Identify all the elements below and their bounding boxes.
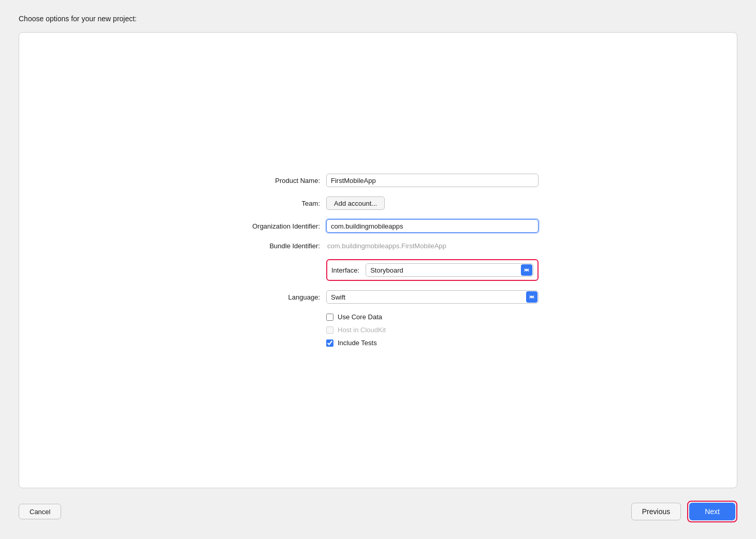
include-tests-label: Include Tests bbox=[338, 339, 377, 347]
language-label: Language: bbox=[217, 293, 326, 301]
host-cloudkit-row: Host in CloudKit bbox=[326, 326, 539, 334]
add-account-button[interactable]: Add account... bbox=[326, 196, 385, 210]
next-button[interactable]: Next bbox=[689, 503, 735, 520]
language-select-wrapper: Swift Objective-C bbox=[326, 290, 539, 304]
team-row: Team: Add account... bbox=[217, 196, 539, 210]
use-core-data-row: Use Core Data bbox=[326, 313, 539, 321]
org-id-row: Organization Identifier: bbox=[217, 219, 539, 233]
cancel-button[interactable]: Cancel bbox=[19, 504, 61, 519]
include-tests-checkbox[interactable] bbox=[326, 339, 333, 347]
interface-inner-label: Interface: bbox=[331, 266, 366, 274]
team-control: Add account... bbox=[326, 196, 539, 210]
page-title: Choose options for your new project: bbox=[19, 15, 737, 23]
product-name-input[interactable] bbox=[326, 174, 539, 187]
checkboxes-section: Use Core Data Host in CloudKit Include T… bbox=[326, 313, 539, 347]
product-name-label: Product Name: bbox=[217, 177, 326, 185]
org-id-label: Organization Identifier: bbox=[217, 222, 326, 230]
interface-highlighted: Interface: Storyboard SwiftUI bbox=[326, 259, 539, 281]
interface-highlight-box: Interface: Storyboard SwiftUI bbox=[326, 259, 539, 281]
previous-button[interactable]: Previous bbox=[631, 503, 681, 520]
main-card: Product Name: Team: Add account... Organ… bbox=[19, 32, 737, 488]
interface-select[interactable]: Storyboard SwiftUI bbox=[366, 263, 533, 277]
team-label: Team: bbox=[217, 200, 326, 207]
language-row: Language: Swift Objective-C bbox=[217, 290, 539, 304]
use-core-data-checkbox[interactable] bbox=[326, 314, 333, 321]
language-select[interactable]: Swift Objective-C bbox=[326, 290, 539, 304]
org-id-input[interactable] bbox=[326, 219, 539, 233]
host-cloudkit-label: Host in CloudKit bbox=[338, 326, 386, 334]
bundle-id-row: Bundle Identifier: com.buildingmobileapp… bbox=[217, 242, 539, 250]
host-cloudkit-checkbox bbox=[326, 327, 333, 334]
org-id-control bbox=[326, 219, 539, 233]
bundle-id-value: com.buildingmobileapps.FirstMobileApp bbox=[326, 242, 447, 250]
use-core-data-label: Use Core Data bbox=[338, 313, 382, 321]
interface-select-wrapper: Storyboard SwiftUI bbox=[366, 263, 533, 277]
form-container: Product Name: Team: Add account... Organ… bbox=[217, 174, 539, 347]
language-control: Swift Objective-C bbox=[326, 290, 539, 304]
product-name-row: Product Name: bbox=[217, 174, 539, 187]
bottom-bar: Cancel Previous Next bbox=[19, 501, 737, 524]
right-buttons: Previous Next bbox=[631, 501, 737, 522]
include-tests-row: Include Tests bbox=[326, 339, 539, 347]
interface-row: Interface: Storyboard SwiftUI bbox=[217, 259, 539, 281]
bundle-id-label: Bundle Identifier: bbox=[217, 242, 326, 250]
next-highlight-box: Next bbox=[687, 501, 737, 522]
interface-inner-row: Interface: Storyboard SwiftUI bbox=[331, 263, 533, 277]
product-name-control bbox=[326, 174, 539, 187]
bundle-id-control: com.buildingmobileapps.FirstMobileApp bbox=[326, 242, 539, 250]
